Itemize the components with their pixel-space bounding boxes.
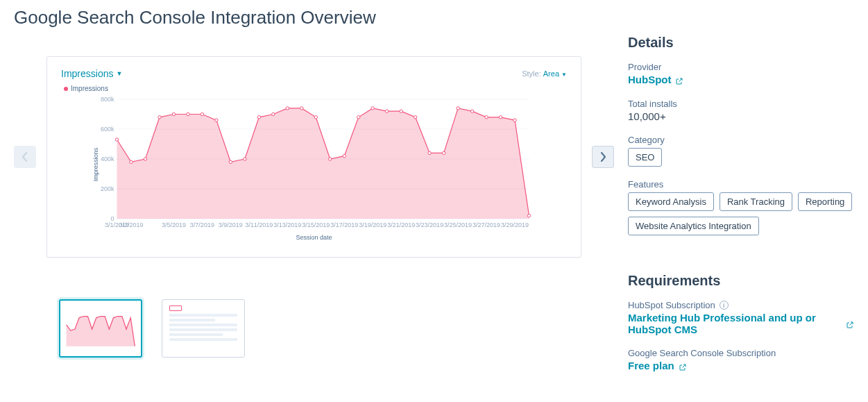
svg-point-14 <box>172 112 175 115</box>
svg-text:800k: 800k <box>101 96 114 103</box>
thumbnail-strip <box>59 299 614 358</box>
installs-label: Total installs <box>628 99 854 109</box>
svg-text:3/29/2019: 3/29/2019 <box>501 221 529 228</box>
svg-point-28 <box>371 107 374 110</box>
category-label: Category <box>628 135 854 145</box>
thumbnail-2[interactable] <box>162 299 245 358</box>
svg-point-20 <box>257 116 260 119</box>
svg-text:3/27/2019: 3/27/2019 <box>473 221 500 228</box>
svg-point-31 <box>414 116 416 119</box>
requirements-heading: Requirements <box>628 273 854 289</box>
svg-point-16 <box>201 112 203 115</box>
chevron-right-icon <box>599 152 606 162</box>
svg-text:3/25/2019: 3/25/2019 <box>444 221 472 228</box>
google-sub-label: Google Search Console Subscription <box>628 348 854 358</box>
tag[interactable]: SEO <box>628 148 662 167</box>
svg-text:600k: 600k <box>101 126 114 133</box>
svg-point-26 <box>343 155 346 158</box>
svg-point-24 <box>314 116 317 119</box>
caret-down-icon: ▼ <box>116 70 122 77</box>
google-sub-value: Free plan <box>628 360 674 371</box>
svg-text:3/13/2019: 3/13/2019 <box>273 221 301 228</box>
carousel-next-button[interactable] <box>592 146 614 168</box>
svg-point-12 <box>144 158 146 160</box>
svg-point-33 <box>442 151 445 154</box>
info-icon[interactable]: i <box>720 301 729 310</box>
carousel-prev-button <box>14 146 36 168</box>
style-dropdown[interactable]: Style: Area ▼ <box>522 69 567 78</box>
svg-point-13 <box>158 116 161 119</box>
legend-label: Impressions <box>71 85 108 92</box>
svg-text:3/11/2019: 3/11/2019 <box>245 221 273 228</box>
hubspot-sub-label: HubSpot Subscription i <box>628 300 854 310</box>
carousel: Impressions ▼ Style: Area ▼ Impressions <box>14 56 614 258</box>
svg-point-11 <box>130 160 133 163</box>
metric-dropdown-label: Impressions <box>61 68 113 79</box>
svg-point-18 <box>229 160 232 163</box>
svg-text:3/17/2019: 3/17/2019 <box>330 221 358 228</box>
tag[interactable]: Website Analytics Integration <box>628 217 759 235</box>
svg-text:3/5/2019: 3/5/2019 <box>162 221 186 228</box>
external-link-icon <box>679 362 687 370</box>
style-value: Area <box>543 69 559 78</box>
tag[interactable]: Reporting <box>798 192 852 211</box>
google-sub-link[interactable]: Free plan <box>628 360 687 371</box>
svg-point-22 <box>286 107 289 110</box>
svg-point-30 <box>400 110 402 112</box>
provider-value: HubSpot <box>628 74 671 85</box>
svg-text:3/15/2019: 3/15/2019 <box>302 221 330 228</box>
svg-text:200k: 200k <box>101 185 114 192</box>
svg-point-32 <box>428 151 431 154</box>
chart-card: Impressions ▼ Style: Area ▼ Impressions <box>46 56 581 258</box>
svg-point-36 <box>485 116 488 119</box>
external-link-icon <box>846 319 854 328</box>
svg-text:3/23/2019: 3/23/2019 <box>416 221 443 228</box>
svg-text:3/2/2019: 3/2/2019 <box>119 221 143 228</box>
provider-label: Provider <box>628 62 854 72</box>
svg-point-15 <box>187 112 189 115</box>
hubspot-sub-link[interactable]: Marketing Hub Professional and up or Hub… <box>628 312 854 335</box>
svg-point-29 <box>385 110 388 112</box>
svg-point-21 <box>272 112 275 115</box>
thumbnail-1[interactable] <box>59 299 142 358</box>
features-label: Features <box>628 179 854 190</box>
svg-text:3/21/2019: 3/21/2019 <box>387 221 415 228</box>
svg-point-17 <box>215 119 218 122</box>
chart-legend: Impressions <box>64 85 567 92</box>
svg-text:Impressions: Impressions <box>92 147 99 181</box>
svg-text:3/19/2019: 3/19/2019 <box>359 221 386 228</box>
tag[interactable]: Rank Tracking <box>720 192 792 211</box>
area-chart: 0200k400k600k800k 3/1/20193/2/20193/5/20… <box>61 95 567 241</box>
style-label: Style: <box>522 69 541 78</box>
svg-text:3/7/2019: 3/7/2019 <box>190 221 214 228</box>
svg-text:400k: 400k <box>101 156 114 162</box>
svg-point-37 <box>499 116 502 119</box>
metric-dropdown[interactable]: Impressions ▼ <box>61 68 122 79</box>
chevron-left-icon <box>22 152 28 162</box>
details-heading: Details <box>628 35 854 51</box>
tag[interactable]: Keyword Analysis <box>628 192 714 211</box>
provider-link[interactable]: HubSpot <box>628 74 683 85</box>
svg-point-35 <box>470 110 473 112</box>
installs-value: 10,000+ <box>628 110 854 122</box>
features-tags: Keyword AnalysisRank TrackingReportingWe… <box>628 192 854 235</box>
svg-point-23 <box>300 107 303 110</box>
category-tags: SEO <box>628 148 854 167</box>
svg-point-10 <box>115 138 118 141</box>
caret-down-icon: ▼ <box>561 72 567 78</box>
page-title: Google Search Console Integration Overvi… <box>14 7 614 28</box>
svg-point-38 <box>513 119 516 122</box>
hubspot-sub-value: Marketing Hub Professional and up or Hub… <box>628 312 842 335</box>
svg-point-25 <box>329 158 332 160</box>
svg-point-34 <box>457 107 459 110</box>
external-link-icon <box>675 76 683 84</box>
svg-point-19 <box>244 158 246 160</box>
svg-point-27 <box>357 116 360 119</box>
svg-text:3/9/2019: 3/9/2019 <box>219 221 243 228</box>
legend-dot-icon <box>64 87 68 91</box>
svg-text:Session date: Session date <box>296 234 332 241</box>
svg-point-39 <box>527 215 530 217</box>
